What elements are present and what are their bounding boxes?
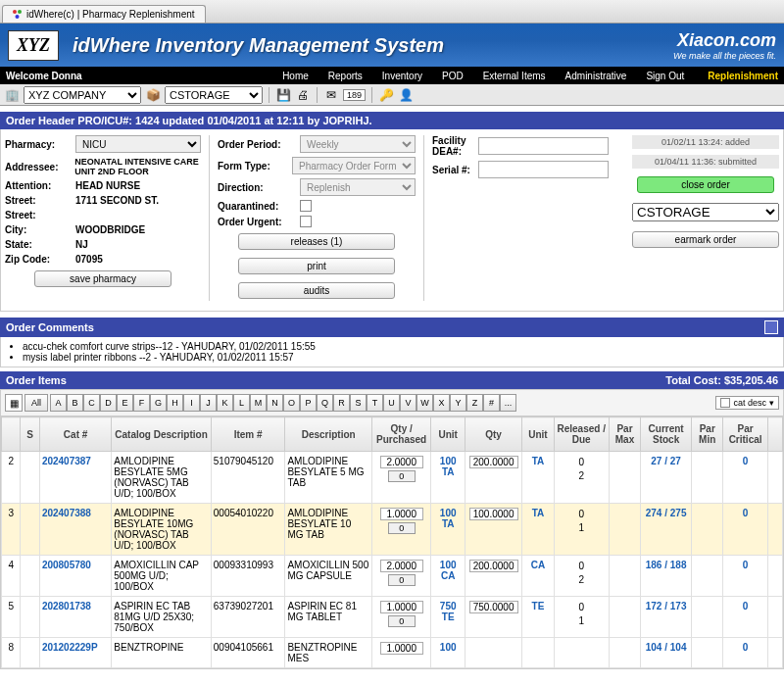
filter-letter-L[interactable]: L [233,394,250,412]
company-select[interactable]: XYZ COMPANY [24,86,141,104]
quarantined-checkbox[interactable] [300,200,312,212]
filter-letter-J[interactable]: J [200,394,217,412]
filter-letter-Y[interactable]: Y [450,394,466,412]
comments-body: accu-chek comfort curve strips--12 - YAH… [0,337,784,367]
formtype-select[interactable]: Pharmacy Order Form [292,157,416,174]
urgent-checkbox[interactable] [300,216,312,227]
catdesc-menu-icon[interactable]: ▾ [769,398,774,408]
filter-add-icon[interactable]: ▦ [5,394,23,412]
nav-signout[interactable]: Sign Out [646,71,684,81]
filter-letter-S[interactable]: S [350,394,367,412]
table-row[interactable]: 3202407388AMLODIPINE BESYLATE 10MG (NORV… [2,504,783,556]
pharmacy-select[interactable]: NICU [75,135,201,153]
col-header[interactable]: Current Stock [641,417,692,452]
browser-tab[interactable]: idWhere(c) | Pharmacy Replenishment [2,5,206,23]
save-pharmacy-button[interactable]: save pharmacy [34,270,172,287]
qty2-input[interactable] [469,601,518,613]
nav-admin[interactable]: Administrative [565,71,627,81]
col-header[interactable]: Catalog Description [112,417,212,452]
filter-letter-H[interactable]: H [167,394,183,412]
qty-input[interactable] [380,456,423,468]
filter-letter-M[interactable]: M [250,394,267,412]
serial-input[interactable] [478,161,609,178]
key-icon[interactable]: 🔑 [378,87,394,103]
filter-letter-F[interactable]: F [133,394,150,412]
filter-letter-X[interactable]: X [433,394,450,412]
storage-action-select[interactable]: CSTORAGE [632,203,779,221]
table-row[interactable]: 4200805780AMOXICILLIN CAP 500MG U/D; 100… [2,556,783,597]
col-header[interactable] [2,417,21,452]
filter-letter-T[interactable]: T [367,394,383,412]
table-row[interactable]: 5202801738ASPIRIN EC TAB 81MG U/D 25X30;… [2,597,783,638]
col-header[interactable]: Par Max [609,417,640,452]
qty2-input[interactable] [469,508,518,520]
nav-inventory[interactable]: Inventory [382,71,422,81]
qty-input[interactable] [380,508,423,520]
qty2-input[interactable] [469,560,518,572]
col-header[interactable]: Cat # [39,417,111,452]
filter-letter-O[interactable]: O [283,394,300,412]
close-order-button[interactable]: close order [637,176,774,193]
filter-letter-N[interactable]: N [267,394,283,412]
qty-input[interactable] [380,642,423,655]
filter-letter-W[interactable]: W [416,394,433,412]
filter-letter-A[interactable]: A [50,394,67,412]
qty-input[interactable] [380,560,423,572]
filter-letter-Z[interactable]: Z [466,394,483,412]
col-header[interactable]: Par Critical [723,417,767,452]
mail-icon[interactable]: ✉ [323,87,339,103]
filter-letter-R[interactable]: R [333,394,350,412]
filter-letter-Q[interactable]: Q [317,394,333,412]
nav-home[interactable]: Home [282,71,309,81]
city-value: WOODBRIDGE [75,224,145,235]
table-row[interactable]: 2202407387AMLODIPINE BESYLATE 5MG (NORVA… [2,452,783,504]
catdesc-label: cat desc [733,398,766,408]
col-header[interactable]: Item # [211,417,285,452]
nav-external[interactable]: External Items [483,71,546,81]
comments-action-icon[interactable] [764,320,778,334]
svg-point-0 [13,10,17,14]
filter-letter-...[interactable]: ... [500,394,516,412]
col-header[interactable]: Qty [465,417,521,452]
filter-letter-V[interactable]: V [400,394,416,412]
col-header[interactable]: Unit [431,417,466,452]
dea-input[interactable] [478,137,609,155]
table-row[interactable]: 8201202229PBENZTROPINE00904105661BENZTRO… [2,638,783,668]
col-header[interactable] [767,417,782,452]
filter-letter-P[interactable]: P [300,394,317,412]
filter-letter-U[interactable]: U [383,394,400,412]
filter-letter-#[interactable]: # [483,394,500,412]
col-header[interactable]: Released / Due [554,417,609,452]
user-icon[interactable]: 👤 [398,87,414,103]
nav-reports[interactable]: Reports [328,71,363,81]
releases-button[interactable]: releases (1) [238,233,395,250]
col-header[interactable]: S [21,417,39,452]
print-icon[interactable]: 🖨 [295,87,311,103]
direction-select[interactable]: Replenish [300,178,416,196]
filter-letter-K[interactable]: K [217,394,233,412]
tab-favicon-icon [13,10,23,20]
col-header[interactable]: Unit [522,417,554,452]
status-added: 01/02/11 13:24: added [632,135,779,149]
filter-letter-I[interactable]: I [183,394,200,412]
earmark-button[interactable]: earmark order [632,231,779,248]
filter-all-button[interactable]: All [24,394,48,412]
filter-letter-G[interactable]: G [150,394,167,412]
audits-button[interactable]: audits [238,282,395,299]
nav-pod[interactable]: POD [442,71,464,81]
period-select[interactable]: Weekly [300,135,416,153]
col-header[interactable]: Description [285,417,372,452]
qty2-input[interactable] [469,456,518,468]
filter-letter-B[interactable]: B [67,394,83,412]
filter-letter-C[interactable]: C [83,394,100,412]
qty-input[interactable] [380,601,423,613]
filter-letter-D[interactable]: D [100,394,117,412]
print-button[interactable]: print [238,258,395,274]
storage-select[interactable]: CSTORAGE [165,86,263,104]
catdesc-toggle[interactable]: cat desc ▾ [715,396,779,410]
catdesc-checkbox[interactable] [720,398,730,408]
filter-letter-E[interactable]: E [117,394,133,412]
col-header[interactable]: Qty / Purchased [371,417,430,452]
col-header[interactable]: Par Min [692,417,723,452]
save-icon[interactable]: 💾 [275,87,291,103]
